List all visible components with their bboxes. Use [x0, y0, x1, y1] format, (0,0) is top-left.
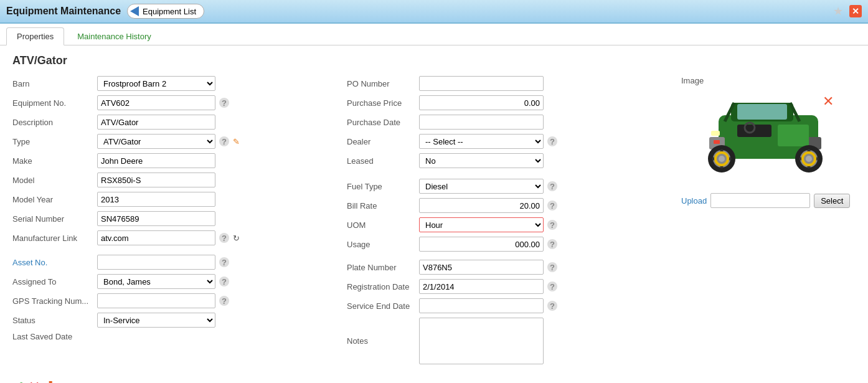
make-input[interactable] — [97, 153, 215, 168]
gps-tracking-row: GPS Tracking Num... ? — [12, 293, 334, 308]
tab-maintenance-history[interactable]: Maintenance History — [67, 27, 162, 45]
assigned-to-help-icon[interactable]: ? — [219, 277, 229, 286]
barn-select[interactable]: Frostproof Barn 2 — [97, 76, 215, 91]
dealer-label: Dealer — [347, 137, 415, 146]
manufacturer-link-label: Manufacturer Link — [12, 234, 93, 243]
service-end-date-row: Service End Date ? — [347, 298, 669, 313]
star-icon[interactable]: ★ — [833, 4, 843, 18]
fuel-type-label: Fuel Type — [347, 182, 415, 191]
manufacturer-link-help-icon[interactable]: ? — [219, 233, 229, 243]
close-button[interactable]: ✕ — [849, 5, 862, 17]
description-label: Description — [12, 118, 93, 127]
make-row: Make — [12, 153, 334, 168]
service-end-date-input[interactable] — [419, 298, 544, 313]
svg-point-19 — [806, 156, 812, 162]
assigned-to-label: Assigned To — [12, 277, 93, 286]
bill-rate-help-icon[interactable]: ? — [547, 201, 557, 210]
assigned-to-select[interactable]: Bond, James — [97, 274, 215, 289]
purchase-date-label: Purchase Date — [347, 118, 415, 127]
cancel-button[interactable]: ✕ — [29, 379, 40, 383]
upload-path-input[interactable] — [710, 193, 810, 208]
image-label: Image — [681, 76, 856, 85]
equipment-no-input[interactable] — [97, 95, 215, 110]
bill-rate-input[interactable] — [419, 198, 544, 213]
equipment-no-help-icon[interactable]: ? — [219, 98, 229, 108]
uom-select[interactable]: Hour — [419, 217, 544, 232]
last-saved-date-row: Last Saved Date — [12, 332, 334, 341]
type-select[interactable]: ATV/Gator — [97, 134, 215, 149]
description-input[interactable] — [97, 115, 215, 130]
remove-image-button[interactable]: ✕ — [823, 93, 834, 110]
purchase-date-input[interactable] — [419, 115, 544, 130]
barn-row: Barn Frostproof Barn 2 — [12, 76, 334, 91]
status-select[interactable]: In-Service — [97, 313, 215, 328]
plate-number-help-icon[interactable]: ? — [547, 262, 557, 272]
svg-point-12 — [719, 156, 725, 162]
bottom-actions: ✔ ✕ ⬇ — [12, 379, 856, 383]
fuel-type-help-icon[interactable]: ? — [547, 181, 557, 191]
registration-date-help-icon[interactable]: ? — [547, 281, 557, 291]
equipment-list-button[interactable]: Equipment List — [127, 4, 204, 19]
nav-arrow-icon — [130, 6, 139, 16]
purchase-price-input[interactable] — [419, 95, 544, 110]
purchase-price-label: Purchase Price — [347, 98, 415, 108]
registration-date-input[interactable] — [419, 279, 544, 294]
last-saved-date-label: Last Saved Date — [12, 332, 93, 341]
bill-rate-label: Bill Rate — [347, 201, 415, 210]
usage-help-icon[interactable]: ? — [547, 239, 557, 249]
notes-row: Notes — [347, 318, 669, 364]
gps-tracking-help-icon[interactable]: ? — [219, 296, 229, 306]
serial-number-input[interactable] — [97, 211, 215, 226]
po-number-input[interactable] — [419, 76, 544, 91]
type-help-icon[interactable]: ? — [219, 136, 229, 146]
type-edit-icon[interactable]: ✎ — [233, 137, 240, 146]
equipment-image: ✕ — [700, 90, 837, 184]
model-year-row: Model Year — [12, 192, 334, 207]
title-bar: Equipment Maintenance Equipment List ★ ✕ — [0, 0, 868, 24]
notes-label: Notes — [347, 336, 415, 346]
asset-no-help-icon[interactable]: ? — [219, 257, 229, 267]
usage-label: Usage — [347, 240, 415, 249]
plate-number-row: Plate Number ? — [347, 260, 669, 275]
model-label: Model — [12, 176, 93, 185]
plate-number-label: Plate Number — [347, 263, 415, 272]
leased-select[interactable]: No — [419, 153, 544, 168]
model-input[interactable] — [97, 173, 215, 187]
type-row: Type ATV/Gator ? ✎ — [12, 134, 334, 149]
gps-tracking-input[interactable] — [97, 293, 215, 308]
save-button[interactable]: ✔ — [12, 379, 24, 383]
uom-row: UOM Hour ? — [347, 217, 669, 232]
manufacturer-link-row: Manufacturer Link ? ↻ — [12, 230, 334, 245]
asset-no-input[interactable] — [97, 255, 215, 270]
bill-rate-row: Bill Rate ? — [347, 198, 669, 213]
plate-number-input[interactable] — [419, 260, 544, 275]
svg-rect-4 — [737, 104, 787, 120]
serial-number-row: Serial Number — [12, 211, 334, 226]
nav-button-label: Equipment List — [143, 7, 196, 16]
status-label: Status — [12, 316, 93, 325]
equipment-no-row: Equipment No. ? — [12, 95, 334, 110]
dealer-help-icon[interactable]: ? — [547, 136, 557, 146]
usage-input[interactable] — [419, 237, 544, 252]
make-label: Make — [12, 156, 93, 166]
description-row: Description — [12, 115, 334, 130]
dealer-select[interactable]: -- Select -- — [419, 134, 544, 149]
model-row: Model — [12, 173, 334, 187]
download-button[interactable]: ⬇ — [45, 379, 56, 383]
main-content: ATV/Gator Barn Frostproof Barn 2 Equipme… — [0, 45, 868, 383]
notes-textarea[interactable] — [419, 318, 544, 364]
uom-help-icon[interactable]: ? — [547, 220, 557, 230]
gps-tracking-label: GPS Tracking Num... — [12, 296, 93, 306]
select-file-button[interactable]: Select — [814, 194, 850, 208]
manufacturer-link-refresh-icon[interactable]: ↻ — [233, 234, 240, 243]
equipment-no-label: Equipment No. — [12, 98, 93, 108]
purchase-price-row: Purchase Price — [347, 95, 669, 110]
uom-label: UOM — [347, 220, 415, 230]
model-year-label: Model Year — [12, 195, 93, 204]
tab-properties[interactable]: Properties — [6, 27, 64, 45]
manufacturer-link-input[interactable] — [97, 230, 215, 245]
fuel-type-select[interactable]: Diesel — [419, 179, 544, 194]
page-title: ATV/Gator — [12, 54, 856, 67]
model-year-input[interactable] — [97, 192, 215, 207]
service-end-date-help-icon[interactable]: ? — [547, 301, 557, 311]
